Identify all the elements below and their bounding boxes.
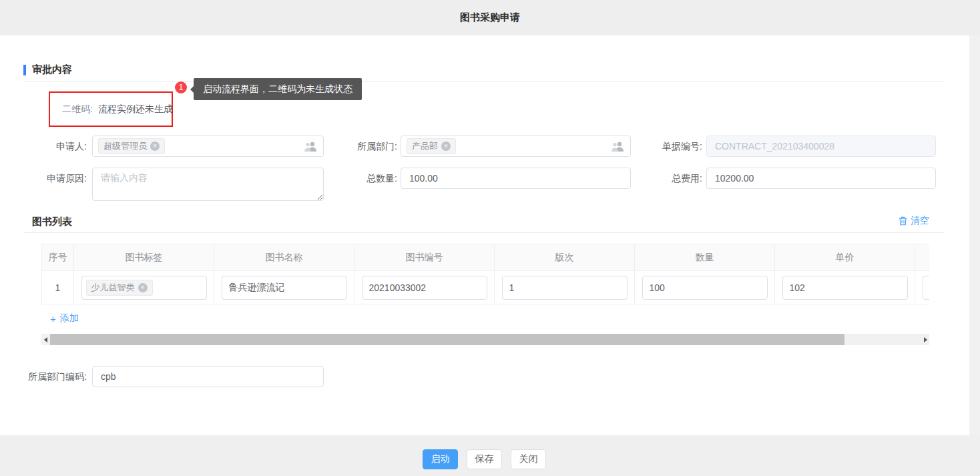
applicant-tag-remove-icon[interactable]: × <box>150 142 160 151</box>
book-edition-input[interactable] <box>502 276 628 300</box>
col-tag: 图书标签 <box>74 244 214 271</box>
clear-label: 清空 <box>911 215 929 227</box>
department-tag: 产品部 × <box>407 138 456 154</box>
clear-button[interactable]: 清空 <box>899 215 929 227</box>
department-label: 所属部门: <box>337 136 397 157</box>
annotation-tooltip: 启动流程界面，二维码为未生成状态 <box>194 78 362 100</box>
col-name: 图书名称 <box>214 244 354 271</box>
doc-no-label: 单据编号: <box>642 136 702 157</box>
book-tag-remove-icon[interactable]: × <box>138 283 148 292</box>
total-cost-label: 总费用: <box>642 168 702 189</box>
trash-icon <box>899 216 907 226</box>
section-accent-bar <box>23 65 26 75</box>
col-index: 序号 <box>42 244 74 271</box>
total-qty-label: 总数量: <box>337 168 397 189</box>
book-name-input[interactable] <box>222 276 347 300</box>
add-row-button[interactable]: + 添加 <box>50 312 79 324</box>
total-cost-input[interactable] <box>706 168 936 189</box>
qrcode-status-text: 流程实例还未生成 <box>98 103 173 115</box>
dept-code-label: 所属部门编码: <box>13 366 87 387</box>
col-partial <box>915 244 930 271</box>
table-row: 1 少儿益智类 × <box>42 271 930 304</box>
book-tag-input[interactable]: 少儿益智类 × <box>81 276 207 300</box>
approval-section-header: 审批内容 <box>23 63 72 76</box>
vertical-scrollbar[interactable] <box>969 35 980 435</box>
plus-icon: + <box>50 313 56 324</box>
page: 图书采购申请 审批内容 二维码: 流程实例还未生成 1 启动流程界面，二维码为未… <box>0 0 980 476</box>
save-button[interactable]: 保存 <box>467 449 502 469</box>
book-tag: 少儿益智类 × <box>86 280 153 296</box>
reason-label: 申请原因: <box>27 168 87 189</box>
book-list-header: 图书列表 <box>32 216 72 228</box>
book-price-input[interactable] <box>782 276 908 300</box>
start-button[interactable]: 启动 <box>423 449 458 469</box>
page-title: 图书采购申请 <box>460 11 520 24</box>
col-quantity: 数量 <box>635 244 775 271</box>
section-divider <box>23 81 945 82</box>
people-picker-icon[interactable] <box>304 142 318 152</box>
book-table-wrapper: 序号 图书标签 图书名称 图书编号 版次 数量 单价 1 少儿益 <box>41 244 929 305</box>
close-button[interactable]: 关闭 <box>511 449 546 469</box>
book-table: 序号 图书标签 图书名称 图书编号 版次 数量 单价 1 少儿益 <box>41 244 929 304</box>
book-partial-input[interactable] <box>923 276 930 300</box>
col-code: 图书编号 <box>354 244 495 271</box>
qrcode-annotation-box: 二维码: 流程实例还未生成 <box>49 91 173 127</box>
book-list-title: 图书列表 <box>32 216 72 228</box>
applicant-tag: 超级管理员 × <box>98 138 165 154</box>
col-edition: 版次 <box>495 244 635 271</box>
applicant-label: 申请人: <box>27 136 87 157</box>
page-header: 图书采购申请 <box>0 0 980 35</box>
total-qty-input[interactable] <box>401 168 631 189</box>
applicant-input[interactable]: 超级管理员 × <box>92 136 324 157</box>
qrcode-label: 二维码: <box>62 103 93 115</box>
scrollbar-thumb[interactable] <box>50 334 844 345</box>
footer-bar: 启动 保存 关闭 <box>0 435 980 476</box>
scroll-left-arrow-icon[interactable] <box>41 334 49 345</box>
annotation-badge: 1 <box>175 81 187 93</box>
row-index: 1 <box>42 271 74 304</box>
approval-section-title: 审批内容 <box>32 63 72 76</box>
doc-no-input <box>706 136 936 157</box>
reason-textarea[interactable] <box>92 168 324 201</box>
col-price: 单价 <box>775 244 915 271</box>
book-code-input[interactable] <box>362 276 487 300</box>
department-picker-icon[interactable] <box>611 142 625 152</box>
dept-code-input[interactable] <box>92 366 324 387</box>
department-tag-remove-icon[interactable]: × <box>441 142 451 151</box>
table-header-row: 序号 图书标签 图书名称 图书编号 版次 数量 单价 <box>42 244 930 271</box>
scroll-right-arrow-icon[interactable] <box>921 334 929 345</box>
department-input[interactable]: 产品部 × <box>401 136 631 157</box>
book-quantity-input[interactable] <box>642 276 768 300</box>
book-list-divider <box>23 232 945 233</box>
horizontal-scrollbar[interactable] <box>41 334 929 345</box>
add-label: 添加 <box>60 312 79 324</box>
